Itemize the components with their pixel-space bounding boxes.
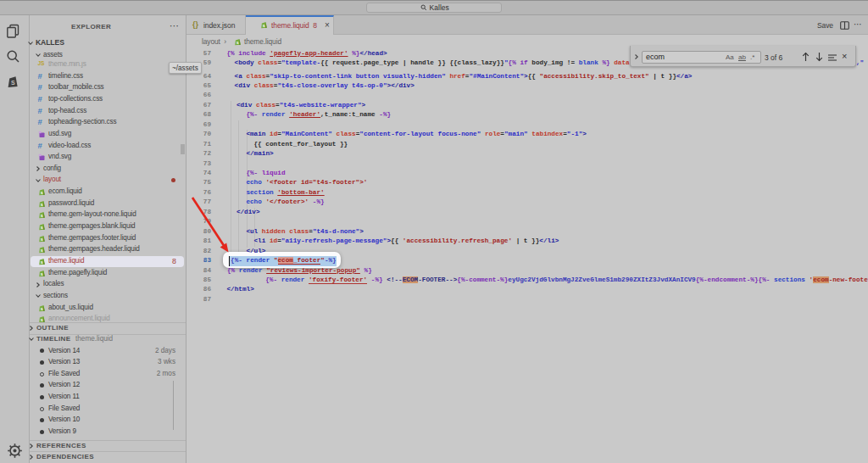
svg-text:s: s (263, 23, 265, 28)
svg-text:s: s (236, 40, 239, 45)
